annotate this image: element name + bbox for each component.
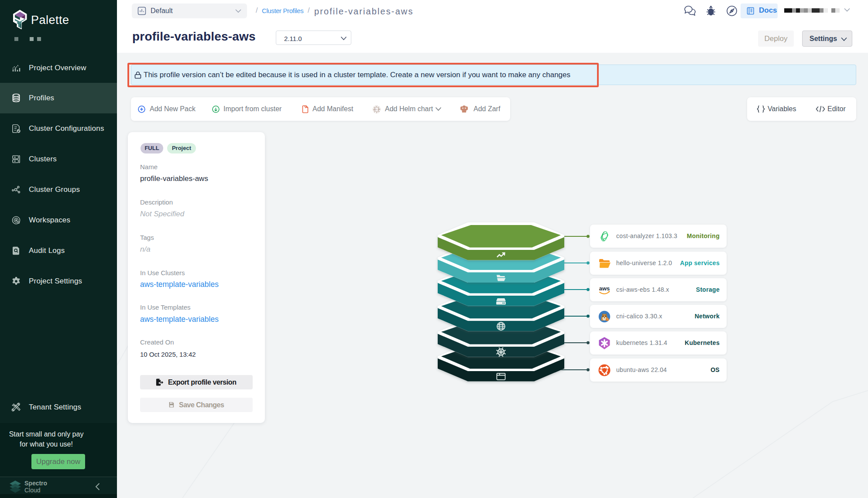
svg-text:HELM: HELM bbox=[374, 109, 380, 111]
svg-text:aws: aws bbox=[599, 285, 610, 292]
